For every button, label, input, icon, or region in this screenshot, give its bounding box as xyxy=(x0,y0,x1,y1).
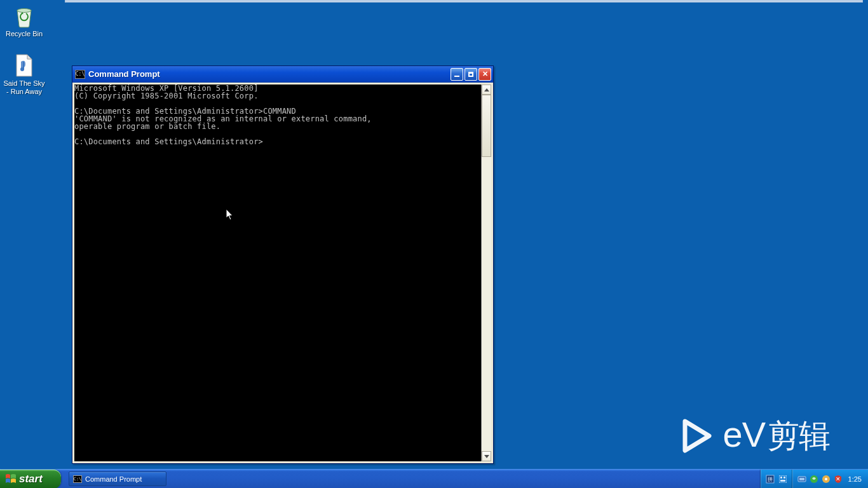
ime-icon[interactable]: 拼 xyxy=(766,475,775,484)
terminal-output[interactable]: Microsoft Windows XP [Version 5.1.2600] … xyxy=(74,85,481,461)
recycle-bin-icon xyxy=(13,4,35,28)
watermark: eV剪辑 xyxy=(680,414,831,458)
taskbar-spacer xyxy=(166,470,761,488)
svg-text:拼: 拼 xyxy=(768,477,773,482)
desktop-icon-label: Said The Sky - Run Away xyxy=(1,79,47,96)
taskbar[interactable]: start C:\ Command Prompt 拼 ✕ 1:25 xyxy=(0,469,868,488)
svg-rect-5 xyxy=(780,477,782,478)
play-icon xyxy=(680,419,714,453)
title-bar[interactable]: C:\ Command Prompt ✕ xyxy=(72,66,493,83)
watermark-brand-latin: eV xyxy=(723,414,766,455)
svg-rect-6 xyxy=(783,477,785,478)
svg-rect-9 xyxy=(799,478,804,480)
taskbar-clock[interactable]: 1:25 xyxy=(848,475,862,483)
window-title: Command Prompt xyxy=(88,69,451,79)
svg-rect-4 xyxy=(779,475,787,483)
ime-options-icon[interactable] xyxy=(778,475,787,484)
start-button[interactable]: start xyxy=(0,470,61,488)
tray-language-area[interactable]: 拼 xyxy=(761,470,792,488)
tray-icon-2[interactable] xyxy=(810,475,818,484)
top-window-strip xyxy=(65,0,863,3)
desktop-icon-label: Recycle Bin xyxy=(1,30,47,38)
scroll-up-button[interactable] xyxy=(482,85,491,95)
watermark-brand-cjk: 剪辑 xyxy=(768,415,830,458)
desktop-icon-music-file[interactable]: Said The Sky - Run Away xyxy=(1,53,47,96)
svg-point-12 xyxy=(825,478,827,480)
cmd-icon: C:\ xyxy=(75,70,85,79)
music-file-icon xyxy=(13,53,35,78)
scroll-thumb[interactable] xyxy=(482,95,491,157)
svg-text:✕: ✕ xyxy=(836,476,841,482)
tray-icon-1[interactable] xyxy=(797,475,806,484)
scroll-down-button[interactable] xyxy=(482,451,491,461)
tray-icon-3[interactable] xyxy=(822,475,831,484)
start-label: start xyxy=(19,473,43,485)
tray-shield-icon[interactable]: ✕ xyxy=(834,475,843,484)
desktop-icon-recycle-bin[interactable]: Recycle Bin xyxy=(1,4,47,38)
svg-rect-7 xyxy=(780,480,785,482)
system-tray[interactable]: ✕ 1:25 xyxy=(792,470,868,488)
vertical-scrollbar[interactable] xyxy=(481,85,491,461)
minimize-button[interactable] xyxy=(451,68,463,81)
cmd-icon: C:\ xyxy=(73,475,82,483)
svg-point-0 xyxy=(17,9,31,13)
taskbar-item-label: Command Prompt xyxy=(85,475,142,483)
maximize-button[interactable] xyxy=(465,68,477,81)
windows-flag-icon xyxy=(5,473,17,485)
close-button[interactable]: ✕ xyxy=(478,68,491,81)
command-prompt-window[interactable]: C:\ Command Prompt ✕ Microsoft Windows X… xyxy=(72,65,494,464)
taskbar-item-command-prompt[interactable]: C:\ Command Prompt xyxy=(69,471,166,486)
